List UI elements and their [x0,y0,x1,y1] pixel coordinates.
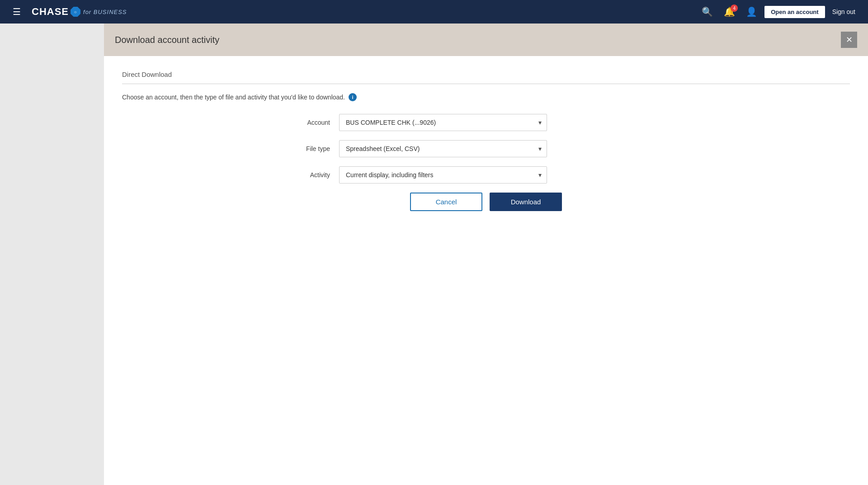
header: ☰ CHASE ○ for BUSINESS 🔍 🔔 4 👤 Open an a… [0,0,868,24]
form-section: Account BUS COMPLETE CHK (...9026) ▾ Fil… [294,114,678,211]
account-label: Account [294,119,330,126]
hamburger-menu-button[interactable]: ☰ [9,5,24,19]
activity-select[interactable]: Current display, including filters Last … [339,166,547,184]
notifications-badge: 4 [731,5,738,12]
open-account-button[interactable]: Open an account [764,6,825,18]
account-icon: 👤 [746,7,757,17]
activity-select-wrapper: Current display, including filters Last … [339,166,547,184]
logo: CHASE ○ for BUSINESS [32,6,127,18]
header-left: ☰ CHASE ○ for BUSINESS [9,5,127,19]
activity-row: Activity Current display, including filt… [294,166,678,184]
account-select-wrapper: BUS COMPLETE CHK (...9026) ▾ [339,114,547,131]
main-content: Download account activity ✕ Direct Downl… [0,24,868,485]
sign-out-button[interactable]: Sign out [829,6,859,17]
account-row: Account BUS COMPLETE CHK (...9026) ▾ [294,114,678,131]
download-button[interactable]: Download [490,193,562,211]
section-title: Direct Download [122,71,850,84]
file-type-select[interactable]: Spreadsheet (Excel, CSV) QuickBooks (QFX… [339,140,547,157]
info-icon[interactable]: i [349,93,357,101]
account-select[interactable]: BUS COMPLETE CHK (...9026) [339,114,547,131]
file-type-select-wrapper: Spreadsheet (Excel, CSV) QuickBooks (QFX… [339,140,547,157]
file-type-label: File type [294,145,330,152]
hamburger-icon: ☰ [13,7,21,17]
logo-for-business: for BUSINESS [83,9,127,15]
cancel-button[interactable]: Cancel [410,193,482,211]
logo-chase: CHASE [32,6,69,18]
close-button[interactable]: ✕ [841,32,857,48]
header-right: 🔍 🔔 4 👤 Open an account Sign out [698,5,859,19]
panel-title: Download account activity [115,35,219,45]
page-area: Download account activity ✕ Direct Downl… [104,24,868,485]
search-icon: 🔍 [702,7,713,17]
actions-row: Cancel Download [294,193,678,211]
file-type-row: File type Spreadsheet (Excel, CSV) Quick… [294,140,678,157]
logo-octagon-icon: ○ [71,7,80,17]
notifications-button[interactable]: 🔔 4 [720,5,739,19]
description-row: Choose an account, then the type of file… [122,93,850,101]
search-button[interactable]: 🔍 [698,5,717,19]
panel-body: Direct Download Choose an account, then … [104,56,868,226]
download-panel: Download account activity ✕ Direct Downl… [104,24,868,485]
description-text: Choose an account, then the type of file… [122,94,345,101]
panel-header: Download account activity ✕ [104,24,868,56]
activity-label: Activity [294,171,330,179]
account-button[interactable]: 👤 [742,5,761,19]
sidebar [0,24,104,485]
